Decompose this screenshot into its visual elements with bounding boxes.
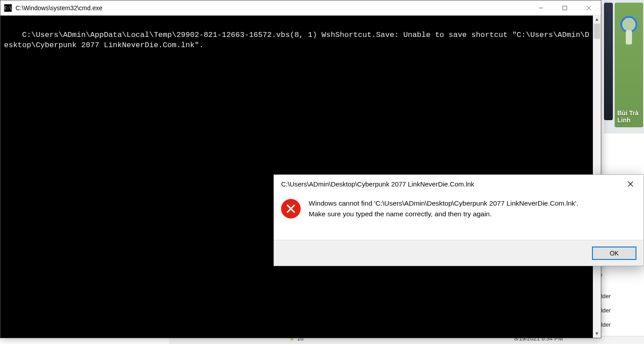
right-side-panel: Bùi Trà Linh bbox=[604, 0, 644, 134]
scroll-down-icon[interactable]: ▼ bbox=[593, 330, 601, 338]
dialog-footer: OK bbox=[274, 240, 644, 266]
explorer-col-header-type[interactable]: pe bbox=[596, 271, 642, 278]
dialog-content: Windows cannot find 'C:\Users\ADmin\Desk… bbox=[274, 193, 644, 227]
svg-rect-1 bbox=[563, 6, 567, 10]
maximize-button[interactable] bbox=[553, 0, 577, 15]
error-dialog[interactable]: C:\Users\ADmin\Desktop\Cyberpunk 2077 Li… bbox=[274, 174, 644, 266]
scroll-thumb[interactable] bbox=[594, 24, 600, 39]
cmd-output-text: C:\Users\ADmin\AppData\Local\Temp\29902-… bbox=[4, 31, 589, 49]
cmd-title: C:\Windows\system32\cmd.exe bbox=[16, 4, 529, 12]
scroll-up-icon[interactable]: ▲ bbox=[593, 16, 601, 24]
error-icon bbox=[281, 199, 301, 219]
dialog-message-line1: Windows cannot find 'C:\Users\ADmin\Desk… bbox=[309, 199, 578, 207]
dialog-message: Windows cannot find 'C:\Users\ADmin\Desk… bbox=[309, 198, 578, 219]
minimize-button[interactable] bbox=[529, 0, 553, 15]
cmd-window[interactable]: C:\ C:\Windows\system32\cmd.exe C:\Users… bbox=[0, 0, 601, 338]
dialog-title: C:\Users\ADmin\Desktop\Cyberpunk 2077 Li… bbox=[281, 180, 621, 188]
thumbnail-prev bbox=[604, 3, 613, 120]
window-controls bbox=[529, 0, 601, 15]
dialog-close-button[interactable] bbox=[621, 177, 639, 190]
thumbnail-contact[interactable]: Bùi Trà Linh bbox=[615, 3, 643, 127]
dialog-message-line2: Make sure you typed the name correctly, … bbox=[309, 210, 492, 218]
close-button[interactable] bbox=[577, 0, 601, 15]
ok-button[interactable]: OK bbox=[592, 247, 636, 260]
thumbnail-label: Bùi Trà Linh bbox=[617, 109, 640, 124]
avatar-body bbox=[626, 30, 632, 45]
dialog-titlebar[interactable]: C:\Users\ADmin\Desktop\Cyberpunk 2077 Li… bbox=[274, 175, 644, 193]
cmd-icon: C:\ bbox=[4, 4, 12, 12]
cmd-titlebar[interactable]: C:\ C:\Windows\system32\cmd.exe bbox=[0, 0, 601, 16]
